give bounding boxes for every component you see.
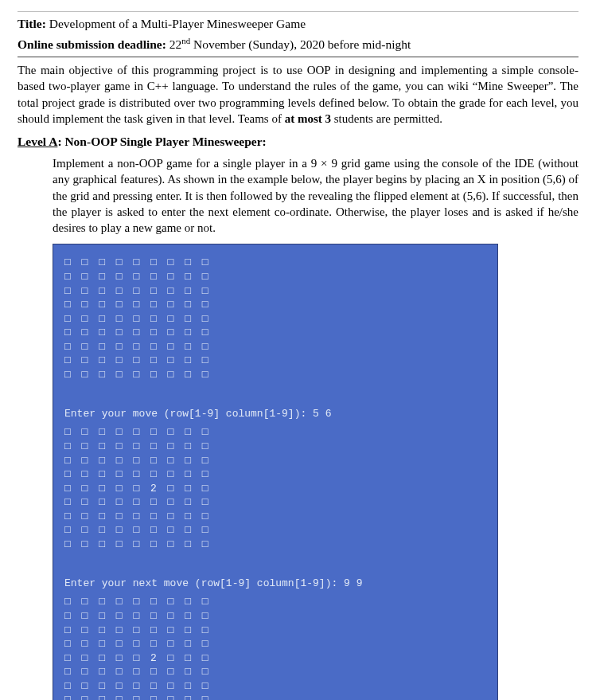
grid-block-2: □ □ □ □ □ □ □ □ □ □ □ □ □ □ □ □ □ □ □ □ … xyxy=(64,425,486,551)
grid-row: □ □ □ □ □ □ □ □ □ xyxy=(64,341,211,353)
grid-row: □ □ □ □ □ □ □ □ □ xyxy=(64,680,211,692)
grid-row: □ □ □ □ □ □ □ □ □ xyxy=(64,510,211,522)
grid-row: □ □ □ □ □ □ □ □ □ xyxy=(64,285,211,297)
grid-row: □ □ □ □ □ □ □ □ □ xyxy=(64,440,211,452)
level-a-body: Implement a non-OOP game for a single pl… xyxy=(53,155,578,700)
deadline-label: Online submission deadline: xyxy=(18,37,166,51)
grid-row: □ □ □ □ □ □ □ □ □ xyxy=(64,694,211,700)
grid-row: □ □ □ □ □ □ □ □ □ xyxy=(64,354,211,366)
console-prompt-2: Enter your next move (row[1-9] column[1-… xyxy=(64,577,486,591)
grid-row: □ □ □ □ □ □ □ □ □ xyxy=(64,496,211,508)
grid-row: □ □ □ □ □ □ □ □ □ xyxy=(64,455,211,467)
console-output: □ □ □ □ □ □ □ □ □ □ □ □ □ □ □ □ □ □ □ □ … xyxy=(53,244,498,700)
grid-row: □ □ □ □ □ □ □ □ □ xyxy=(64,596,211,608)
level-a-heading-text: : Non-OOP Single Player Minesweeper: xyxy=(57,135,266,148)
grid-row: □ □ □ □ □ □ □ □ □ xyxy=(64,327,211,338)
level-a-heading: Level A: Non-OOP Single Player Minesweep… xyxy=(18,135,578,149)
grid-row: □ □ □ □ □ □ □ □ □ xyxy=(64,624,211,636)
grid-row: □ □ □ □ □ □ □ □ □ xyxy=(64,256,211,268)
grid-row: □ □ □ □ □ □ □ □ □ xyxy=(64,638,211,650)
console-prompt-1: Enter your move (row[1-9] column[1-9]): … xyxy=(64,407,486,421)
title-label: Title: xyxy=(18,17,46,30)
title-line: Title: Development of a Multi-Player Min… xyxy=(18,17,578,31)
deadline-rest: November (Sunday), 2020 before mid-night xyxy=(190,37,411,51)
grid-row: □ □ □ □ □ □ □ □ □ xyxy=(64,369,211,381)
grid-block-1: □ □ □ □ □ □ □ □ □ □ □ □ □ □ □ □ □ □ □ □ … xyxy=(64,256,486,381)
title-value: Development of a Multi-Player Minesweepe… xyxy=(49,17,306,30)
deadline-line: Online submission deadline: 22nd Novembe… xyxy=(18,36,578,52)
grid-row: □ □ □ □ □ □ □ □ □ xyxy=(64,538,211,550)
grid-row-revealed: □ □ □ □ □ 2 □ □ □ xyxy=(64,483,211,495)
grid-row: □ □ □ □ □ □ □ □ □ xyxy=(64,271,211,283)
level-a-label: Level A xyxy=(18,135,57,148)
deadline-ord: nd xyxy=(181,36,190,45)
grid-row: □ □ □ □ □ □ □ □ □ xyxy=(64,610,211,622)
grid-row: □ □ □ □ □ □ □ □ □ xyxy=(64,299,211,311)
document-page: Title: Development of a Multi-Player Min… xyxy=(0,0,596,700)
grid-row-revealed: □ □ □ □ □ 2 □ □ □ xyxy=(64,652,211,664)
level-a-paragraph: Implement a non-OOP game for a single pl… xyxy=(53,155,578,236)
grid-row: □ □ □ □ □ □ □ □ □ xyxy=(64,426,211,438)
grid-row: □ □ □ □ □ □ □ □ □ xyxy=(64,666,211,678)
divider-top xyxy=(18,11,578,12)
grid-row: □ □ □ □ □ □ □ □ □ xyxy=(64,313,211,325)
intro-paragraph: The main objective of this programming p… xyxy=(18,62,578,127)
grid-block-3: □ □ □ □ □ □ □ □ □ □ □ □ □ □ □ □ □ □ □ □ … xyxy=(64,595,486,700)
divider-mid xyxy=(18,57,578,57)
grid-row: □ □ □ □ □ □ □ □ □ xyxy=(64,524,211,536)
deadline-day: 22 xyxy=(169,37,182,51)
grid-row: □ □ □ □ □ □ □ □ □ xyxy=(64,468,211,480)
